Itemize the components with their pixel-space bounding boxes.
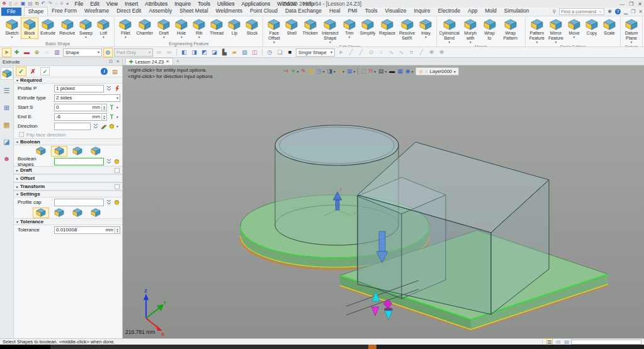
ribbon-button-face-offset[interactable]: Face Offset▾ — [265, 18, 283, 44]
ribbon-tab-data-exchange[interactable]: Data Exchange — [281, 7, 325, 16]
face-tool-icon-2[interactable]: ✱ — [438, 48, 446, 57]
ribbon-button-wrap-to-faces[interactable]: Wrap to Faces — [481, 18, 497, 42]
ribbon-button-chamfer[interactable]: Chamfer — [134, 18, 155, 36]
minimize-button[interactable]: — — [619, 1, 624, 7]
ribbon-button-simplify[interactable]: Simplify — [358, 18, 378, 36]
ribbon-tab-inquire[interactable]: Inquire — [410, 7, 434, 16]
regen-mode-combo[interactable]: Part Only▾ — [114, 48, 153, 57]
cap-none-button[interactable] — [88, 208, 104, 218]
ribbon-button-morph-with-point[interactable]: Morph with Point▾ — [460, 18, 481, 44]
visibility-icon[interactable]: ◉ — [405, 67, 410, 75]
snapshot-icon[interactable]: ❏ — [276, 48, 284, 57]
boolean-remove-button[interactable] — [69, 146, 86, 157]
menu-window[interactable]: Window — [277, 1, 296, 7]
folder-icon[interactable]: ▰ — [230, 48, 239, 57]
history-manager-icon[interactable]: ☰ — [1, 85, 13, 96]
print-icon[interactable]: ▤ — [28, 1, 33, 7]
panel-close-icon[interactable]: ✕ — [116, 59, 120, 64]
ribbon-button-intersect-shape[interactable]: Intersect Shape▾ — [320, 18, 341, 44]
ribbon-tab-tools[interactable]: Tools — [361, 7, 381, 16]
display-settings-icon[interactable]: ▭ — [556, 339, 561, 345]
ribbon-tab-point-cloud[interactable]: Point Cloud — [246, 7, 281, 16]
menu-file[interactable]: File — [74, 1, 83, 7]
options-icon[interactable]: ▤ — [110, 67, 120, 75]
globe-icon[interactable]: ◍ — [104, 48, 112, 57]
transform-checkbox[interactable] — [115, 184, 120, 189]
face-tool-icon[interactable]: ✱ — [427, 48, 436, 57]
display-mode-icon[interactable]: ◨ — [327, 67, 333, 75]
profile-input[interactable] — [55, 86, 103, 91]
new-file-icon[interactable]: ▯ — [9, 1, 11, 7]
visual-manager-icon[interactable]: ▦ — [1, 119, 13, 130]
ribbon-button-revolve[interactable]: Revolve — [57, 18, 77, 36]
section-tolerance-header[interactable]: ▾ Tolerance — [14, 218, 122, 225]
section-draft-header[interactable]: ▸ Draft — [14, 166, 122, 174]
doc-minimize-button[interactable]: ▁ — [624, 9, 628, 14]
ribbon-button-stock[interactable]: Stock — [243, 18, 261, 36]
appearance-icon[interactable]: ▦ — [347, 67, 353, 75]
section-settings-header[interactable]: ▾ Settings — [14, 191, 122, 197]
collapse-icon[interactable]: ◂ — [65, 1, 68, 7]
menu-inquire[interactable]: Inquire — [174, 1, 191, 7]
ribbon-button-move[interactable]: Move▾ — [565, 18, 583, 39]
user-icon[interactable]: ☻ — [1, 153, 13, 164]
align-horizontal-icon[interactable]: ≔ — [155, 48, 163, 57]
section-offset-header[interactable]: ▸ Offset — [14, 174, 122, 182]
circle-tool-icon[interactable]: ○ — [377, 48, 385, 57]
feature-state-icon-1[interactable]: ◧ — [180, 48, 188, 57]
view-orient-icon[interactable]: ◳ — [316, 67, 322, 75]
cap-end-button[interactable] — [69, 208, 86, 218]
open-file-icon[interactable]: ▱ — [14, 1, 18, 7]
section-required-header[interactable]: ▾ Required — [14, 77, 122, 84]
expand-options-icon[interactable] — [105, 86, 112, 91]
feature-state-icon-3[interactable]: ◩ — [200, 48, 208, 57]
target-filter-icon[interactable]: ⊕ — [33, 48, 41, 57]
menu-attributes[interactable]: Attributes — [145, 1, 167, 7]
ribbon-button-thread[interactable]: Thread — [208, 18, 225, 36]
status-input[interactable] — [571, 340, 641, 345]
extrude-type-select[interactable]: 2 sides ▾ — [54, 94, 120, 102]
section-view-icon[interactable]: Ħ — [369, 67, 373, 75]
context-tool-icon[interactable]: ▙ — [220, 48, 229, 57]
remove-entity-icon[interactable]: ▬ — [23, 48, 31, 57]
bulb-icon[interactable]: ◎ — [419, 69, 423, 74]
align-vertical-icon[interactable]: ≕ — [165, 48, 173, 57]
boolean-add-button[interactable] — [51, 146, 67, 157]
doc-info-icon[interactable]: ▤ — [564, 339, 569, 345]
reverse-direction-icon[interactable] — [100, 123, 107, 130]
boolean-shapes-input[interactable] — [55, 158, 103, 164]
line-tool-icon[interactable]: ╱ — [347, 48, 355, 57]
chevron-down-icon[interactable]: ▾ — [116, 115, 120, 119]
start-input[interactable] — [55, 104, 91, 110]
zoom-window-icon[interactable]: ⬚ — [361, 67, 366, 75]
ribbon-tab-sheet-metal[interactable]: Sheet Metal — [176, 7, 212, 16]
section-transform-header[interactable]: ▸ Transform — [14, 182, 122, 191]
history-clock-icon[interactable]: ◷ — [266, 48, 274, 57]
menu-utilities[interactable]: Utilities — [217, 1, 234, 7]
add-entity-icon[interactable]: ✚ — [13, 48, 21, 57]
start-stepper[interactable]: ▴▾ — [101, 104, 106, 111]
pick-scope-combo[interactable]: Single Shape▾ — [296, 48, 335, 57]
save-icon[interactable]: ▣ — [21, 1, 26, 7]
ribbon-button-scale[interactable]: Scale — [601, 18, 618, 36]
pi-tool-icon[interactable]: π — [407, 48, 415, 57]
cap-start-button[interactable] — [51, 208, 67, 218]
doc-restore-button[interactable]: ❐ — [631, 9, 635, 14]
ribbon-button-shell[interactable]: Shell — [283, 18, 300, 36]
ribbon-button-lip[interactable]: Lip — [225, 18, 243, 36]
redo-icon[interactable]: ↷ — [48, 1, 52, 7]
profile-cap-input[interactable] — [55, 199, 103, 205]
team-icon[interactable]: ◫ — [251, 48, 259, 57]
ribbon-button-draft[interactable]: Draft▾ — [155, 18, 172, 39]
ribbon-tab-free-form[interactable]: Free Form — [48, 7, 81, 16]
ok-button[interactable]: ✓ — [16, 67, 26, 75]
segment-tool-icon[interactable]: ╱ — [417, 48, 426, 57]
menu-insert[interactable]: Insert — [125, 1, 138, 7]
expand-options-icon[interactable] — [92, 123, 99, 129]
tolerance-input[interactable] — [55, 227, 105, 233]
expression-icon[interactable] — [108, 114, 115, 119]
end-input[interactable] — [55, 114, 91, 119]
undo-icon[interactable]: ↶ — [42, 1, 46, 7]
ribbon-button-inlay[interactable]: Inlay▾ — [417, 18, 434, 39]
ribbon-button-thicken[interactable]: Thicken — [300, 18, 320, 36]
